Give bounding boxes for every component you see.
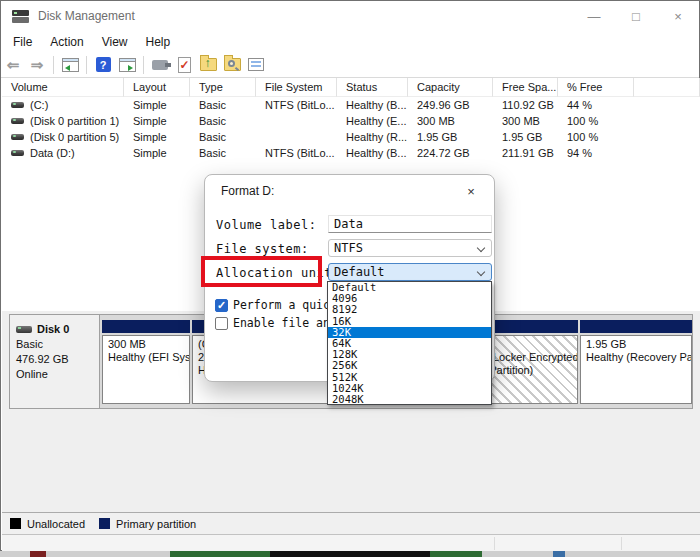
partition-color-bar [580,320,692,333]
disk-0-panel[interactable]: Disk 0 Basic 476.92 GB Online [10,315,100,408]
compression-checkbox[interactable] [215,317,228,330]
col-layout[interactable]: Layout [124,78,190,97]
toolbar: ⇐ ⇒ ? ↑ [1,52,699,78]
desktop-sliver [0,551,700,557]
menu-file[interactable]: File [1,33,41,51]
col-filler [634,78,700,97]
close-button[interactable]: × [657,1,699,31]
file-system-combobox[interactable]: NTFS [328,239,492,257]
dropdown-item[interactable]: 256K [328,360,491,371]
legend-primary-partition: Primary partition [116,518,196,530]
allocation-unit-dropdown-list: Default 4096 8192 16K 32K 64K 128K 256K … [327,281,492,405]
forward-icon[interactable]: ⇒ [27,56,47,74]
show-action-pane-icon[interactable] [117,56,137,74]
allocation-unit-combobox[interactable]: Default [328,263,492,281]
table-row-volume[interactable]: (C:) [2,97,124,113]
task-check-icon[interactable] [174,56,194,74]
dropdown-item[interactable]: 512K [328,372,491,383]
legend-bar: Unallocated Primary partition [2,512,700,534]
disk-type: Basic [16,338,99,350]
unallocated-swatch [10,518,21,529]
window-title: Disk Management [38,9,135,23]
dropdown-item[interactable]: 16K [328,316,491,327]
volume-label-input[interactable]: Data [328,215,492,233]
disk-management-app-icon [12,10,29,23]
dialog-close-icon[interactable]: × [460,181,482,201]
menu-help[interactable]: Help [137,33,180,51]
status-bar [2,534,700,551]
folder-search-icon[interactable] [222,56,242,74]
red-highlight-box [201,256,322,287]
table-row-volume[interactable]: (Disk 0 partition 1) [2,113,124,129]
back-icon[interactable]: ⇐ [3,56,23,74]
table-row-volume[interactable]: Data (D:) [2,145,124,161]
legend-unallocated: Unallocated [27,518,85,530]
folder-up-icon[interactable]: ↑ [198,56,218,74]
volume-icon [11,118,24,124]
dropdown-item[interactable]: 8192 [328,304,491,315]
chevron-down-icon [477,244,485,252]
disk-tool-icon[interactable] [150,56,170,74]
col-status[interactable]: Status [337,78,408,97]
menu-action[interactable]: Action [41,33,92,51]
disk-status: Online [16,368,99,380]
dropdown-item-selected[interactable]: 32K [328,327,491,338]
title-bar: Disk Management — □ × [1,1,699,31]
col-pct-free[interactable]: % Free [558,78,634,97]
col-capacity[interactable]: Capacity [408,78,493,97]
col-free-space[interactable]: Free Spa... [493,78,558,97]
volume-icon [11,150,24,156]
show-console-tree-icon[interactable] [60,56,80,74]
menu-view[interactable]: View [93,33,137,51]
volume-icon [11,134,24,140]
table-row-volume[interactable]: (Disk 0 partition 5) [2,129,124,145]
volume-icon [11,102,24,108]
dialog-title: Format D: [221,184,274,198]
properties-icon[interactable] [246,56,266,74]
menu-bar: File Action View Help [1,31,699,52]
dropdown-item[interactable]: 2048K [328,394,491,405]
col-file-system[interactable]: File System [256,78,337,97]
disk-icon [16,326,32,333]
chevron-down-icon [477,268,485,276]
primary-partition-swatch [99,518,110,529]
col-volume[interactable]: Volume [2,78,124,97]
partition-recovery[interactable]: 1.95 GB Healthy (Recovery Partition) [580,320,692,407]
minimize-button[interactable]: — [573,1,615,31]
col-type[interactable]: Type [190,78,256,97]
maximize-button[interactable]: □ [615,1,657,31]
disk-name: Disk 0 [37,323,69,335]
disk-size: 476.92 GB [16,353,99,365]
partition-color-bar [102,320,190,333]
quick-format-checkbox[interactable] [215,299,228,312]
file-system-label: File system: [216,242,309,256]
volume-label-label: Volume label: [216,218,316,232]
partition-efi[interactable]: 300 MB Healthy (EFI System Partition) [102,320,190,407]
help-icon[interactable]: ? [93,56,113,74]
